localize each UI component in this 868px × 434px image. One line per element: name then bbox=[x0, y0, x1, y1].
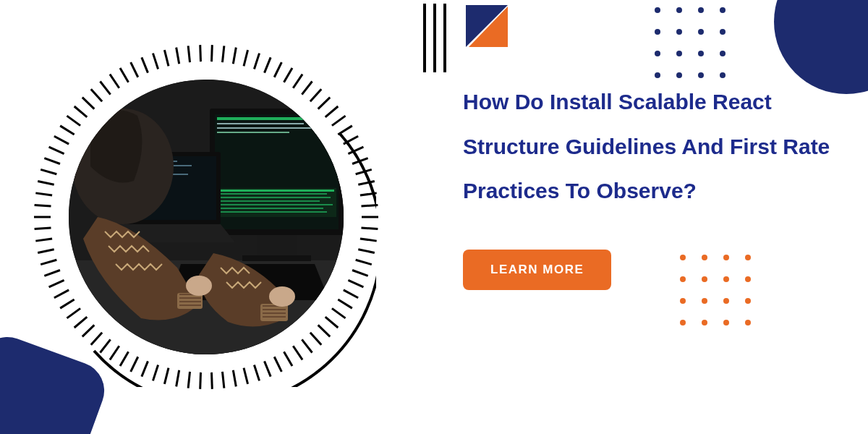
svg-line-15 bbox=[284, 352, 293, 366]
svg-line-78 bbox=[310, 89, 321, 101]
dots-grid-top bbox=[655, 7, 726, 78]
svg-line-83 bbox=[344, 136, 358, 144]
svg-rect-99 bbox=[218, 190, 334, 192]
svg-line-20 bbox=[233, 370, 236, 387]
dots-grid-bottom bbox=[680, 255, 751, 326]
vertical-bars-decor bbox=[423, 4, 452, 72]
svg-line-27 bbox=[153, 365, 158, 380]
svg-rect-103 bbox=[218, 204, 333, 205]
svg-line-52 bbox=[54, 136, 69, 144]
svg-rect-106 bbox=[257, 235, 297, 257]
svg-line-24 bbox=[188, 372, 190, 388]
svg-line-88 bbox=[360, 193, 377, 195]
svg-line-31 bbox=[110, 346, 119, 359]
svg-line-84 bbox=[348, 147, 363, 153]
logo-icon bbox=[464, 4, 509, 48]
svg-line-72 bbox=[254, 54, 259, 69]
svg-line-33 bbox=[91, 333, 102, 345]
svg-line-70 bbox=[233, 48, 236, 64]
svg-line-76 bbox=[293, 75, 302, 88]
svg-line-42 bbox=[38, 250, 54, 253]
svg-rect-97 bbox=[217, 132, 289, 133]
svg-line-57 bbox=[91, 89, 102, 101]
svg-line-44 bbox=[35, 228, 51, 229]
svg-line-50 bbox=[44, 158, 60, 164]
hero-photo bbox=[69, 80, 344, 354]
svg-line-9 bbox=[332, 308, 346, 318]
svg-line-71 bbox=[244, 50, 248, 66]
svg-line-7 bbox=[344, 290, 358, 298]
svg-rect-104 bbox=[218, 208, 323, 209]
svg-line-14 bbox=[293, 346, 302, 359]
svg-line-87 bbox=[358, 182, 374, 185]
svg-line-77 bbox=[302, 81, 312, 94]
svg-line-6 bbox=[348, 280, 363, 286]
svg-line-63 bbox=[153, 54, 158, 69]
svg-line-25 bbox=[176, 370, 179, 387]
svg-line-79 bbox=[318, 98, 331, 109]
svg-rect-107 bbox=[242, 255, 311, 261]
svg-line-49 bbox=[41, 169, 56, 174]
svg-line-11 bbox=[318, 325, 331, 336]
svg-line-19 bbox=[244, 368, 248, 384]
svg-line-46 bbox=[35, 205, 51, 206]
svg-line-16 bbox=[274, 357, 281, 372]
svg-rect-95 bbox=[217, 123, 304, 124]
svg-line-75 bbox=[284, 68, 293, 82]
svg-line-56 bbox=[82, 98, 95, 109]
svg-line-8 bbox=[338, 299, 352, 308]
svg-line-41 bbox=[41, 260, 56, 264]
svg-line-69 bbox=[222, 46, 224, 62]
svg-line-3 bbox=[358, 250, 374, 253]
svg-rect-105 bbox=[218, 211, 327, 213]
svg-line-65 bbox=[176, 48, 179, 64]
svg-line-62 bbox=[142, 57, 148, 72]
svg-line-2 bbox=[360, 239, 377, 241]
svg-line-10 bbox=[326, 317, 339, 328]
svg-line-22 bbox=[212, 373, 213, 389]
svg-line-26 bbox=[164, 368, 169, 384]
left-panel bbox=[0, 0, 405, 434]
svg-line-32 bbox=[100, 339, 110, 352]
svg-line-86 bbox=[356, 169, 372, 174]
svg-line-74 bbox=[274, 62, 281, 77]
svg-line-30 bbox=[120, 352, 129, 366]
svg-line-53 bbox=[60, 126, 75, 135]
svg-line-34 bbox=[82, 325, 95, 336]
svg-line-68 bbox=[212, 45, 213, 61]
svg-point-125 bbox=[186, 276, 212, 296]
svg-line-55 bbox=[75, 106, 88, 117]
svg-line-47 bbox=[35, 193, 52, 195]
svg-line-43 bbox=[35, 239, 52, 241]
svg-line-18 bbox=[254, 365, 259, 380]
svg-line-61 bbox=[131, 62, 138, 77]
svg-line-36 bbox=[67, 308, 80, 318]
svg-line-38 bbox=[54, 290, 69, 298]
svg-line-4 bbox=[356, 260, 372, 264]
svg-line-39 bbox=[49, 280, 64, 286]
svg-rect-96 bbox=[217, 127, 318, 129]
svg-line-28 bbox=[142, 361, 148, 376]
svg-line-58 bbox=[100, 81, 110, 94]
svg-rect-102 bbox=[218, 200, 320, 202]
svg-line-37 bbox=[60, 299, 75, 308]
svg-line-59 bbox=[110, 75, 119, 88]
svg-line-51 bbox=[49, 147, 64, 153]
svg-line-23 bbox=[200, 373, 201, 389]
svg-line-1 bbox=[361, 228, 378, 229]
svg-line-60 bbox=[120, 68, 129, 82]
svg-line-35 bbox=[75, 317, 88, 328]
svg-line-80 bbox=[326, 106, 339, 117]
svg-rect-100 bbox=[218, 193, 327, 195]
svg-line-73 bbox=[265, 57, 271, 72]
svg-line-66 bbox=[188, 46, 190, 62]
svg-line-21 bbox=[222, 372, 224, 388]
svg-line-54 bbox=[67, 116, 80, 126]
svg-line-89 bbox=[361, 205, 378, 206]
learn-more-button[interactable]: LEARN MORE bbox=[463, 250, 611, 290]
svg-line-64 bbox=[164, 50, 169, 66]
svg-line-12 bbox=[310, 333, 321, 345]
svg-line-85 bbox=[352, 158, 368, 164]
svg-line-81 bbox=[332, 116, 346, 126]
svg-line-40 bbox=[44, 271, 60, 276]
